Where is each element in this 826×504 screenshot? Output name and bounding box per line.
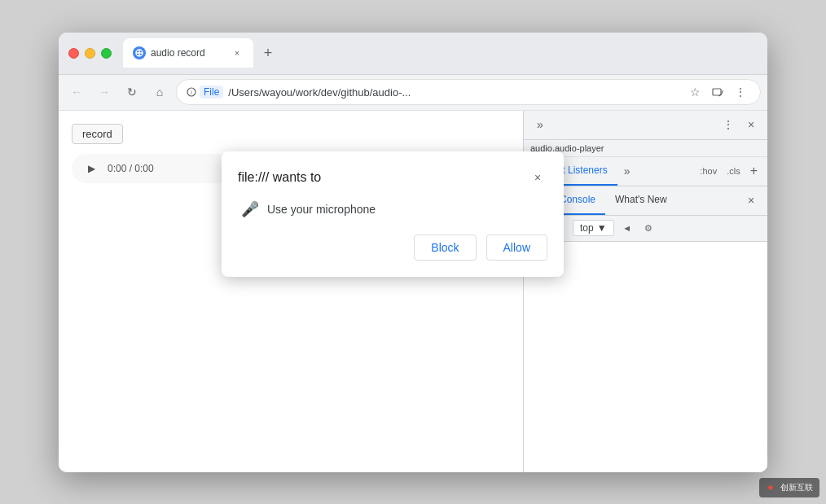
popup-actions: Block Allow [238, 234, 547, 261]
address-info-icon: i File [187, 85, 223, 99]
cast-button[interactable] [708, 82, 727, 102]
back-button[interactable]: ← [65, 81, 88, 103]
microphone-icon: 🎤 [241, 200, 259, 218]
tab-bar: audio record × + [123, 38, 758, 68]
dropdown-icon: ▼ [597, 222, 607, 234]
context-label: top [580, 222, 594, 234]
popup-close-button[interactable]: × [528, 168, 547, 187]
minimize-traffic-light[interactable] [85, 48, 95, 59]
devtools-more-button[interactable]: ⋮ [718, 115, 738, 134]
bookmark-button[interactable]: ☆ [685, 82, 705, 102]
popup-header: file:/// wants to × [238, 168, 547, 187]
styles-overflow-button[interactable]: » [617, 161, 637, 181]
popup-title: file:/// wants to [238, 170, 321, 185]
record-button[interactable]: record [72, 124, 123, 144]
cls-button[interactable]: .cls [723, 164, 744, 177]
sidebar-toggle[interactable]: ◄ [619, 220, 635, 236]
context-selector[interactable]: top ▼ [573, 220, 614, 236]
hov-button[interactable]: :hov [696, 164, 720, 177]
devtools-header: » ⋮ × [524, 111, 767, 140]
watermark: ✦ 创新互联 [759, 478, 819, 497]
main-area: record ▶ 0:00 / 0:00 file:/// wants to ×… [59, 111, 767, 472]
address-bar[interactable]: i File /Users/wayou/work/dev/github/audi… [176, 79, 761, 105]
devtools-header-right: ⋮ × [718, 115, 761, 134]
console-prompt[interactable]: > [530, 248, 761, 261]
tab-favicon [133, 46, 146, 59]
close-traffic-light[interactable] [68, 48, 79, 59]
maximize-traffic-light[interactable] [101, 48, 112, 59]
browser-window: audio record × + ← → ↻ ⌂ i File /Users/w… [59, 33, 767, 472]
permission-message: Use your microphone [267, 203, 376, 216]
whats-new-tab[interactable]: What's New [605, 186, 677, 215]
devtools-style-actions: :hov .cls + [696, 164, 761, 178]
traffic-lights [68, 48, 112, 59]
watermark-icon: ✦ [766, 481, 775, 494]
browser-tab[interactable]: audio record × [123, 38, 253, 68]
play-button[interactable]: ▶ [81, 159, 101, 178]
block-button[interactable]: Block [414, 234, 476, 261]
home-button[interactable]: ⌂ [148, 81, 171, 103]
devtools-close-button[interactable]: × [741, 115, 761, 134]
more-button[interactable]: ⋮ [731, 82, 750, 102]
address-actions: ☆ ⋮ [685, 82, 750, 102]
address-text: /Users/wayou/work/dev/github/audio-... [228, 86, 680, 99]
permission-dialog: file:/// wants to × 🎤 Use your microphon… [222, 151, 564, 277]
tab-title: audio record [151, 47, 226, 59]
svg-rect-5 [713, 89, 721, 95]
protocol-badge: File [200, 85, 223, 99]
reload-button[interactable]: ↻ [121, 81, 143, 103]
console-close-button[interactable]: × [741, 191, 761, 210]
console-settings[interactable]: ⚙ [640, 220, 657, 236]
title-bar: audio record × + [59, 33, 767, 75]
tab-close-button[interactable]: × [231, 46, 244, 59]
popup-content: 🎤 Use your microphone [238, 200, 547, 218]
console-close-area: × [741, 191, 761, 210]
watermark-text: 创新互联 [780, 482, 813, 493]
add-style-button[interactable]: + [747, 164, 761, 178]
audio-player: ▶ 0:00 / 0:00 [72, 154, 235, 183]
page-content: record ▶ 0:00 / 0:00 file:/// wants to ×… [59, 111, 523, 472]
nav-bar: ← → ↻ ⌂ i File /Users/wayou/work/dev/git… [59, 75, 767, 111]
devtools-overflow-button[interactable]: » [530, 115, 550, 134]
forward-button[interactable]: → [93, 81, 116, 103]
new-tab-button[interactable]: + [257, 42, 279, 64]
allow-button[interactable]: Allow [486, 234, 547, 261]
svg-text:i: i [191, 90, 192, 95]
player-time: 0:00 / 0:00 [108, 163, 154, 174]
